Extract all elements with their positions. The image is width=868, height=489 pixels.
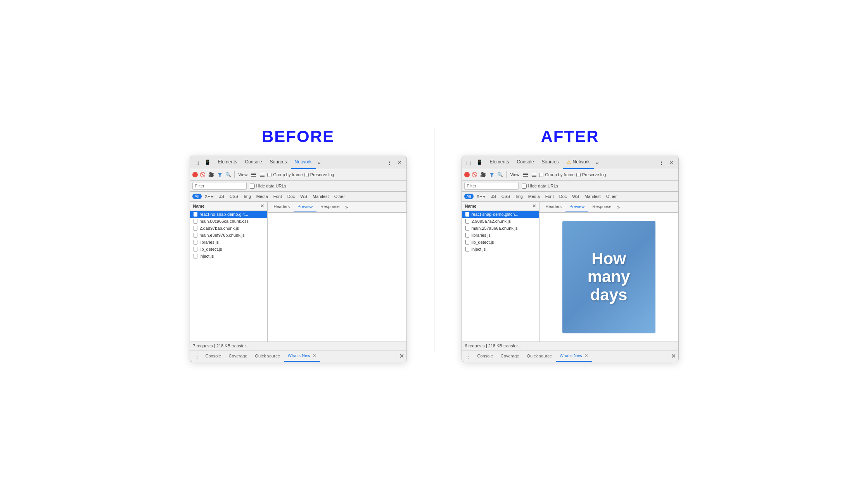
- search-icon[interactable]: 🔍: [225, 171, 232, 178]
- preview-tab-more[interactable]: »: [344, 204, 349, 210]
- after-hide-data-urls-checkbox[interactable]: [522, 184, 527, 189]
- tab-more[interactable]: »: [316, 160, 323, 165]
- file-item-5[interactable]: lib_detect.js: [190, 246, 267, 253]
- close-devtools-icon[interactable]: ✕: [396, 158, 404, 166]
- after-type-all[interactable]: All: [464, 194, 474, 199]
- type-manifest[interactable]: Manifest: [310, 194, 331, 199]
- after-bottom-tab-quicksource[interactable]: Quick source: [523, 350, 556, 362]
- after-file-item-2[interactable]: main.257a366a.chunk.js: [462, 225, 539, 232]
- after-bottom-close-icon[interactable]: ✕: [671, 352, 676, 360]
- type-img[interactable]: Img: [241, 194, 253, 199]
- after-type-other[interactable]: Other: [604, 194, 619, 199]
- tab-network[interactable]: Network: [291, 156, 316, 169]
- file-item-3[interactable]: main.e3ef976b.chunk.js: [190, 232, 267, 239]
- after-tab-sources[interactable]: Sources: [538, 156, 563, 169]
- bottom-tab-whatsnew-close[interactable]: ✕: [313, 353, 316, 358]
- after-preview-tab-more[interactable]: »: [616, 204, 621, 210]
- type-media[interactable]: Media: [254, 194, 270, 199]
- bottom-tab-whatsnew[interactable]: What's New ✕: [284, 350, 320, 362]
- after-record-button[interactable]: [464, 172, 470, 177]
- record-button[interactable]: [192, 172, 198, 177]
- hide-data-urls-checkbox[interactable]: [250, 184, 255, 189]
- type-doc[interactable]: Doc: [285, 194, 297, 199]
- type-xhr[interactable]: XHR: [202, 194, 216, 199]
- file-item-4[interactable]: libraries.js: [190, 239, 267, 246]
- after-preview-tab-headers[interactable]: Headers: [542, 201, 566, 212]
- bottom-tab-quicksource[interactable]: Quick source: [251, 350, 284, 362]
- after-type-manifest[interactable]: Manifest: [582, 194, 603, 199]
- after-inspect-icon[interactable]: ⬚: [464, 158, 473, 166]
- after-type-css[interactable]: CSS: [499, 194, 513, 199]
- more-options-icon[interactable]: ⋮: [386, 158, 394, 166]
- after-filter-input[interactable]: [464, 182, 519, 190]
- after-view-list-icon[interactable]: [522, 171, 529, 178]
- after-type-ws[interactable]: WS: [570, 194, 581, 199]
- inspect-icon[interactable]: ⬚: [192, 158, 201, 166]
- after-filter-icon[interactable]: [488, 171, 495, 178]
- col-name-close[interactable]: ✕: [260, 203, 264, 209]
- file-item-2[interactable]: 2.dad97bab.chunk.js: [190, 225, 267, 232]
- view-compact-icon[interactable]: [259, 171, 266, 178]
- filter-icon[interactable]: [216, 171, 223, 178]
- group-by-frame-label[interactable]: Group by frame: [267, 172, 303, 177]
- after-col-name-close[interactable]: ✕: [532, 203, 536, 209]
- bottom-tab-coverage[interactable]: Coverage: [225, 350, 251, 362]
- after-clear-icon[interactable]: 🚫: [471, 171, 478, 178]
- after-bottom-tab-whatsnew-close[interactable]: ✕: [584, 353, 588, 358]
- after-search-icon[interactable]: 🔍: [497, 171, 504, 178]
- after-hide-data-urls-label[interactable]: Hide data URLs: [522, 184, 558, 189]
- preview-tab-preview[interactable]: Preview: [294, 201, 316, 212]
- preview-tab-response[interactable]: Response: [316, 201, 344, 212]
- after-bottom-tab-coverage[interactable]: Coverage: [497, 350, 523, 362]
- after-tab-more[interactable]: »: [594, 160, 601, 165]
- type-other[interactable]: Other: [332, 194, 348, 199]
- bottom-more[interactable]: ⋮: [192, 352, 202, 360]
- after-type-xhr[interactable]: XHR: [474, 194, 488, 199]
- bottom-tab-console[interactable]: Console: [202, 350, 225, 362]
- after-preview-tab-response[interactable]: Response: [588, 201, 616, 212]
- after-preserve-log-label[interactable]: Preserve log: [576, 172, 606, 177]
- after-file-item-3[interactable]: libraries.js: [462, 232, 539, 239]
- file-item-0[interactable]: react-no-snap-demo.glit...: [190, 211, 267, 218]
- after-type-doc[interactable]: Doc: [557, 194, 569, 199]
- after-more-options-icon[interactable]: ⋮: [657, 158, 666, 166]
- after-group-by-frame-label[interactable]: Group by frame: [539, 172, 574, 177]
- after-file-item-5[interactable]: inject.js: [462, 246, 539, 253]
- bottom-close-icon[interactable]: ✕: [399, 352, 404, 360]
- after-bottom-tab-console[interactable]: Console: [474, 350, 497, 362]
- after-file-item-4[interactable]: lib_detect.js: [462, 239, 539, 246]
- type-font[interactable]: Font: [271, 194, 284, 199]
- tab-console[interactable]: Console: [241, 156, 266, 169]
- after-tab-elements[interactable]: Elements: [486, 156, 513, 169]
- after-camera-icon[interactable]: 🎥: [480, 171, 487, 178]
- after-tab-console[interactable]: Console: [513, 156, 538, 169]
- type-css[interactable]: CSS: [227, 194, 241, 199]
- preserve-log-checkbox[interactable]: [304, 173, 309, 177]
- after-tab-network[interactable]: ⚠ Network: [563, 156, 594, 169]
- after-type-js[interactable]: JS: [489, 194, 498, 199]
- after-preview-tab-preview[interactable]: Preview: [565, 201, 588, 212]
- type-js[interactable]: JS: [217, 194, 227, 199]
- file-item-6[interactable]: inject.js: [190, 253, 267, 260]
- type-all[interactable]: All: [192, 194, 202, 199]
- after-view-compact-icon[interactable]: [531, 171, 538, 178]
- file-item-1[interactable]: main.80ca66ca.chunk.css: [190, 218, 267, 225]
- after-device-icon[interactable]: 📱: [475, 158, 484, 166]
- after-preserve-log-checkbox[interactable]: [576, 173, 581, 177]
- camera-icon[interactable]: 🎥: [208, 171, 215, 178]
- tab-sources[interactable]: Sources: [266, 156, 291, 169]
- filter-input[interactable]: [192, 182, 247, 190]
- after-type-media[interactable]: Media: [526, 194, 542, 199]
- preview-tab-headers[interactable]: Headers: [270, 201, 294, 212]
- after-bottom-more[interactable]: ⋮: [464, 352, 474, 360]
- group-by-frame-checkbox[interactable]: [267, 173, 271, 177]
- after-close-devtools-icon[interactable]: ✕: [667, 158, 676, 166]
- preserve-log-label[interactable]: Preserve log: [304, 172, 334, 177]
- hide-data-urls-label[interactable]: Hide data URLs: [250, 184, 287, 189]
- after-bottom-tab-whatsnew[interactable]: What's New ✕: [556, 350, 592, 362]
- type-ws[interactable]: WS: [298, 194, 310, 199]
- device-icon[interactable]: 📱: [203, 158, 212, 166]
- after-group-by-frame-checkbox[interactable]: [539, 173, 543, 177]
- tab-elements[interactable]: Elements: [214, 156, 241, 169]
- after-type-font[interactable]: Font: [543, 194, 556, 199]
